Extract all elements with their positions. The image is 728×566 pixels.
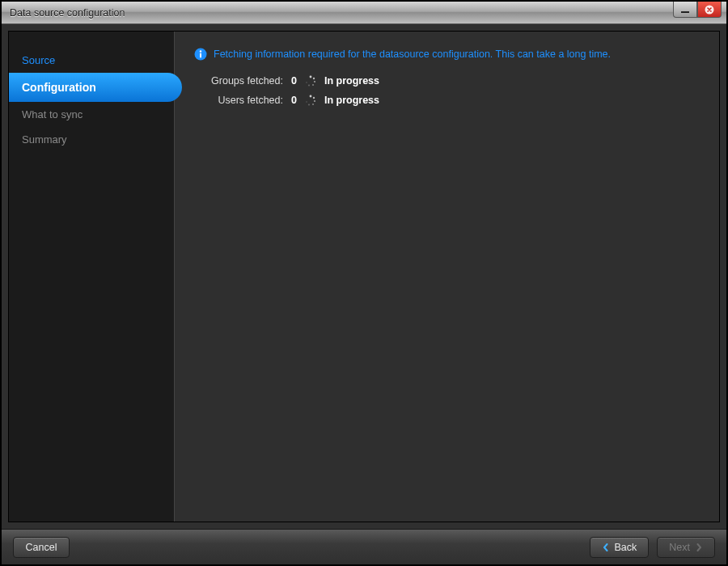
svg-point-5: [313, 78, 315, 79]
svg-point-11: [313, 97, 315, 99]
svg-point-4: [310, 76, 312, 78]
close-icon: [705, 5, 714, 15]
titlebar: Data source configuration: [2, 2, 726, 24]
dialog-window: Data source configuration Source: [0, 0, 728, 566]
sidebar-item-source[interactable]: Source: [9, 48, 174, 73]
chevron-right-icon: [695, 543, 703, 551]
dialog-inner: Source Configuration What to sync Summar…: [8, 31, 720, 522]
svg-point-7: [312, 84, 314, 86]
status-state: In progress: [324, 75, 379, 87]
sidebar-item-what-to-sync: What to sync: [9, 102, 174, 127]
button-label: Next: [669, 542, 690, 553]
svg-point-10: [310, 95, 312, 98]
status-state: In progress: [324, 95, 379, 106]
status-count: 0: [291, 95, 297, 106]
status-row-users: Users fetched: 0 In progress: [194, 95, 700, 106]
info-icon: [194, 48, 207, 61]
svg-point-6: [314, 81, 315, 82]
minimize-icon: [681, 11, 689, 13]
button-label: Back: [615, 542, 637, 553]
status-label: Groups fetched:: [194, 75, 283, 87]
info-text: Fetching information required for the da…: [214, 49, 611, 60]
sidebar-item-label: Summary: [22, 133, 67, 146]
sidebar-item-configuration[interactable]: Configuration: [9, 73, 174, 102]
dialog-footer: Cancel Back Next: [2, 529, 726, 564]
sidebar-item-label: Source: [22, 54, 55, 66]
footer-right: Back Next: [590, 537, 716, 558]
svg-point-9: [306, 82, 307, 83]
info-banner: Fetching information required for the da…: [194, 48, 700, 61]
spinner-icon: [305, 95, 316, 106]
main-panel: Fetching information required for the da…: [175, 32, 719, 522]
window-controls: [673, 2, 726, 23]
back-button[interactable]: Back: [590, 537, 650, 558]
button-label: Cancel: [26, 542, 57, 553]
status-label: Users fetched:: [194, 95, 283, 106]
status-count: 0: [291, 75, 297, 87]
svg-point-2: [200, 50, 201, 52]
sidebar-item-label: What to sync: [22, 108, 83, 120]
svg-point-12: [314, 100, 315, 102]
svg-point-8: [308, 85, 310, 87]
minimize-button[interactable]: [673, 2, 697, 18]
sidebar-item-summary: Summary: [9, 127, 174, 152]
spinner-icon: [305, 75, 316, 87]
svg-point-15: [306, 101, 307, 103]
wizard-sidebar: Source Configuration What to sync Summar…: [9, 32, 175, 522]
svg-point-14: [308, 104, 310, 106]
status-row-groups: Groups fetched: 0 In progress: [194, 75, 700, 87]
dialog-body: Source Configuration What to sync Summar…: [2, 24, 726, 529]
svg-point-13: [312, 103, 314, 105]
sidebar-item-label: Configuration: [22, 81, 96, 94]
svg-rect-3: [200, 53, 201, 58]
next-button: Next: [657, 537, 715, 558]
chevron-left-icon: [602, 543, 610, 551]
window-title: Data source configuration: [10, 7, 125, 19]
cancel-button[interactable]: Cancel: [13, 537, 70, 558]
close-button[interactable]: [697, 2, 722, 18]
